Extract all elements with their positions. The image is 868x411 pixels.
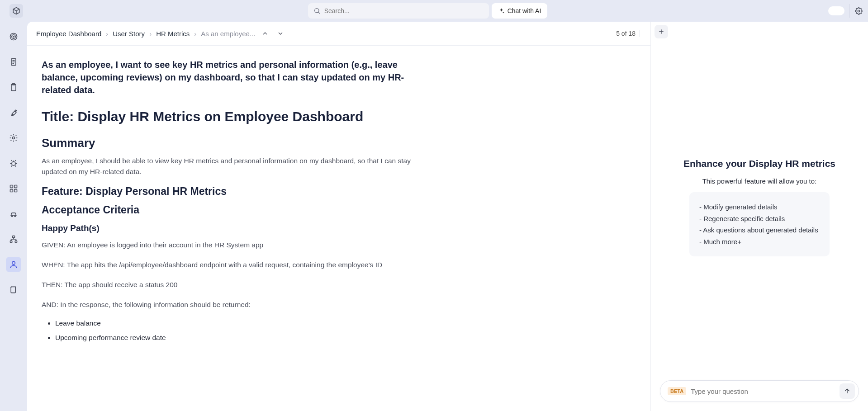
doc-title: Title: Display HR Metrics on Employee Da… bbox=[42, 109, 610, 124]
document-area: Employee Dashboard › User Story › HR Met… bbox=[27, 22, 651, 411]
breadcrumb-item[interactable]: User Story bbox=[113, 30, 145, 38]
breadcrumb-item[interactable]: Employee Dashboard bbox=[36, 30, 101, 38]
sidebar-item-user[interactable] bbox=[6, 257, 21, 272]
sidebar-item-gear[interactable] bbox=[6, 130, 21, 146]
chevron-right-icon: › bbox=[106, 30, 108, 38]
chat-with-ai-label: Chat with AI bbox=[508, 7, 541, 14]
gear-icon bbox=[855, 7, 863, 15]
app-logo-icon[interactable] bbox=[9, 4, 23, 18]
add-tab-button[interactable] bbox=[655, 25, 668, 38]
question-input-wrap: BETA bbox=[660, 380, 859, 402]
svg-point-13 bbox=[13, 137, 15, 139]
bug-icon bbox=[9, 159, 18, 168]
target-icon bbox=[9, 32, 18, 41]
svg-point-12 bbox=[13, 114, 14, 115]
main-column: Employee Dashboard › User Story › HR Met… bbox=[27, 22, 868, 411]
svg-line-1 bbox=[318, 12, 320, 14]
enhance-point: - Much more+ bbox=[699, 236, 820, 248]
right-panel: Enhance your Display HR metrics This pow… bbox=[651, 22, 868, 411]
gear-icon bbox=[9, 133, 18, 142]
next-item-button[interactable] bbox=[275, 28, 286, 39]
topbar-center: Chat with AI bbox=[27, 3, 828, 19]
document-header: Employee Dashboard › User Story › HR Met… bbox=[27, 22, 650, 46]
chat-with-ai-button[interactable]: Chat with AI bbox=[492, 3, 548, 19]
story-lead: As an employee, I want to see key HR met… bbox=[42, 58, 431, 96]
summary-heading: Summary bbox=[42, 136, 610, 150]
enhance-point: - Modify generated details bbox=[699, 201, 820, 213]
chevron-up-icon bbox=[261, 30, 269, 37]
sidebar-item-modules[interactable] bbox=[6, 181, 21, 196]
enhance-point: - Regenerate specific details bbox=[699, 213, 820, 225]
sidebar-item-org[interactable] bbox=[6, 231, 21, 247]
feature-heading: Feature: Display Personal HR Metrics bbox=[42, 185, 610, 198]
question-input[interactable] bbox=[691, 387, 835, 395]
document-icon bbox=[9, 57, 18, 66]
svg-point-0 bbox=[314, 9, 318, 13]
given-step: GIVEN: An employee is logged into their … bbox=[42, 240, 431, 250]
sparkle-icon bbox=[498, 8, 505, 14]
response-bullets: Leave balance Upcoming performance revie… bbox=[42, 319, 610, 342]
sidebar-item-pen[interactable] bbox=[6, 105, 21, 120]
svg-rect-22 bbox=[10, 241, 12, 242]
bullet-item: Leave balance bbox=[55, 319, 610, 327]
svg-rect-23 bbox=[15, 241, 17, 242]
right-panel-body: Enhance your Display HR metrics This pow… bbox=[651, 42, 868, 373]
beta-badge: BETA bbox=[668, 387, 686, 395]
svg-rect-21 bbox=[13, 236, 15, 238]
svg-point-4 bbox=[12, 35, 15, 38]
summary-text: As an employee, I should be able to view… bbox=[42, 156, 431, 177]
topbar-logo-area bbox=[5, 4, 27, 18]
org-chart-icon bbox=[9, 235, 18, 244]
search-input[interactable] bbox=[321, 7, 484, 14]
enhance-subtitle: This powerful feature will allow you to: bbox=[702, 177, 817, 185]
scroll-icon bbox=[9, 285, 18, 294]
acceptance-heading: Acceptance Criteria bbox=[42, 204, 610, 216]
sidebar-item-document[interactable] bbox=[6, 54, 21, 70]
svg-point-3 bbox=[10, 33, 17, 40]
chevron-right-icon: › bbox=[149, 30, 152, 38]
breadcrumbs: Employee Dashboard › User Story › HR Met… bbox=[36, 28, 286, 39]
prev-item-button[interactable] bbox=[260, 28, 270, 39]
breadcrumb-current: As an employee... bbox=[201, 30, 255, 38]
chevron-down-icon bbox=[277, 30, 284, 37]
topbar-right bbox=[828, 4, 863, 18]
arrow-up-icon bbox=[844, 387, 851, 395]
plus-icon bbox=[658, 28, 665, 35]
right-panel-tabs bbox=[651, 22, 868, 42]
happy-path-heading: Happy Path(s) bbox=[42, 223, 610, 233]
user-icon bbox=[9, 260, 18, 269]
enhance-point: - Ask questions about generated details bbox=[699, 224, 820, 236]
search-icon bbox=[313, 7, 321, 14]
sidebar-item-scroll[interactable] bbox=[6, 282, 21, 298]
sidebar-item-target[interactable] bbox=[6, 29, 21, 44]
and-step: AND: In the response, the following info… bbox=[42, 299, 431, 310]
car-icon bbox=[9, 209, 18, 218]
sidebar-item-car[interactable] bbox=[6, 206, 21, 222]
enhance-title: Enhance your Display HR metrics bbox=[683, 158, 835, 169]
theme-toggle[interactable] bbox=[828, 6, 844, 15]
sidebar-item-clipboard[interactable] bbox=[6, 80, 21, 95]
search-box[interactable] bbox=[308, 3, 489, 19]
svg-point-2 bbox=[858, 10, 859, 12]
breadcrumb-item[interactable]: HR Metrics bbox=[156, 30, 190, 38]
svg-rect-18 bbox=[14, 189, 17, 192]
sidebar-item-bug[interactable] bbox=[6, 156, 21, 171]
send-button[interactable] bbox=[840, 383, 855, 399]
topbar: Chat with AI bbox=[0, 0, 868, 22]
document-scroll[interactable]: As an employee, I want to see key HR met… bbox=[27, 46, 650, 411]
clipboard-icon bbox=[9, 83, 18, 92]
pen-nib-icon bbox=[9, 108, 18, 117]
then-step: THEN: The app should receive a status 20… bbox=[42, 279, 431, 290]
bullet-item: Upcoming performance review date bbox=[55, 334, 610, 342]
settings-button[interactable] bbox=[849, 4, 863, 18]
when-step: WHEN: The app hits the /api/employee/das… bbox=[42, 260, 431, 270]
chevron-right-icon: › bbox=[194, 30, 196, 38]
modules-icon bbox=[9, 184, 18, 193]
svg-rect-16 bbox=[14, 185, 17, 188]
sidebar bbox=[0, 22, 27, 411]
svg-rect-17 bbox=[10, 189, 13, 192]
page-indicator: 5 of 18 bbox=[616, 30, 640, 37]
svg-point-24 bbox=[12, 261, 15, 265]
enhance-card: - Modify generated details - Regenerate … bbox=[689, 192, 830, 256]
svg-rect-15 bbox=[10, 185, 13, 188]
